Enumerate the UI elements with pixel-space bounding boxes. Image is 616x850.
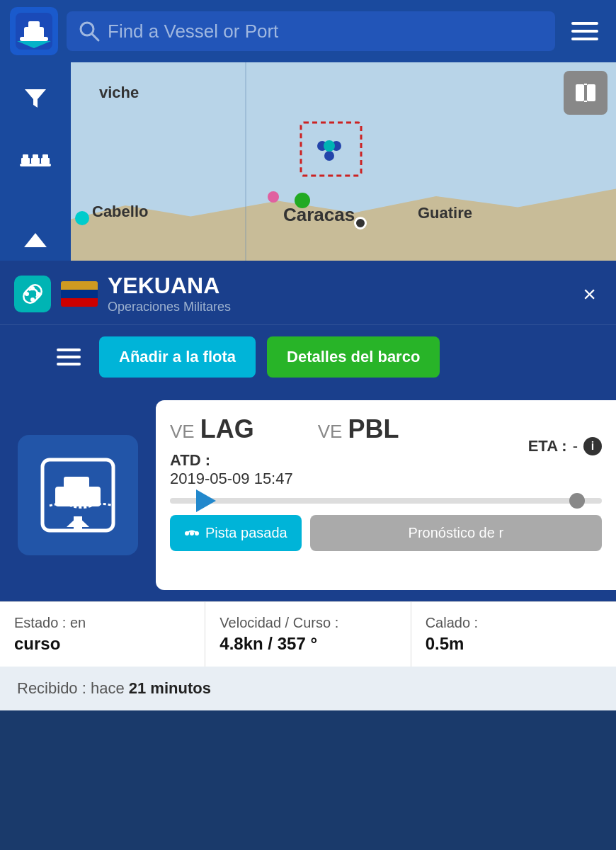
vessel-dot-pink[interactable] [268,191,279,203]
menu-line-1 [571,22,598,25]
filter-icon[interactable] [22,84,49,115]
route-card: VE LAG VE PBL ATD : 2019-05-09 15:47 ETA… [156,400,616,590]
svg-rect-20 [31,158,40,164]
action-row: Añadir a la flota Detalles del barco [0,325,616,389]
svg-rect-14 [587,84,595,101]
progress-area [170,498,602,504]
stat-draft: Calado : 0.5m [411,602,616,667]
map-sidebar [0,62,71,261]
received-label: Recibido : hace [17,679,125,697]
stat-speed: Velocidad / Curso : 4.8kn / 357 ° [205,602,411,667]
flag-stripe-blue [61,290,98,298]
received-row: Recibido : hace 21 minutos [0,667,616,710]
eta-label: ETA : [528,437,567,455]
stats-row: Estado : en curso Velocidad / Curso : 4.… [0,601,616,667]
map-marker[interactable] [354,217,367,230]
menu-small-button[interactable] [57,348,81,366]
search-bar[interactable]: Find a Vessel or Port [67,11,555,51]
map-content: viche Cabello Caracas Guatire [71,62,616,261]
svg-rect-32 [64,477,89,488]
vessel-details-button[interactable]: Detalles del barco [267,336,440,378]
progress-arrow [196,489,216,512]
svg-rect-34 [74,516,82,529]
search-placeholder: Find a Vessel or Port [108,21,278,42]
svg-rect-4 [20,37,48,41]
close-button[interactable]: × [577,278,602,310]
map-divider [245,62,246,261]
from-port: VE LAG [170,414,254,444]
vessel-dot-green[interactable] [295,193,310,208]
vessel-name: YEKUANA [108,273,567,298]
city-guatire: Guatire [418,204,472,222]
progress-track [170,498,602,504]
atd-label: ATD : [170,451,210,469]
svg-rect-24 [20,164,51,166]
eta-row: ETA : - i [528,437,602,455]
flag-stripe-red [61,298,98,307]
flag-stripe-yellow [61,281,98,290]
menu-line-3 [571,38,598,40]
map-area: viche Cabello Caracas Guatire [0,62,616,261]
svg-rect-3 [28,21,40,28]
svg-point-27 [36,292,40,296]
svg-point-29 [30,298,35,302]
svg-rect-19 [23,154,28,159]
progress-dot [569,493,585,509]
atd-block: ATD : 2019-05-09 15:47 [170,451,602,488]
vessel-cluster [297,119,368,193]
vessel-icon-block [0,389,156,601]
map-layer-button[interactable] [564,71,608,115]
svg-rect-18 [21,158,30,164]
svg-marker-17 [25,89,46,108]
svg-rect-21 [33,154,38,159]
forecast-button[interactable]: Pronóstico de r [310,515,602,551]
stat-draft-label: Calado : [426,615,602,631]
menu-button[interactable] [564,11,606,51]
vessel-header: YEKUANA Operaciones Militares × [0,261,616,325]
vessel-icon-box [18,435,138,555]
svg-line-7 [92,34,98,40]
fleet-icon[interactable] [20,144,51,180]
stat-status: Estado : en curso [0,602,205,667]
collapse-icon[interactable] [24,232,47,254]
stat-status-value: curso [14,634,190,654]
app-header: Find a Vessel or Port [0,0,616,62]
to-port: VE PBL [318,414,399,444]
ham-line-3 [57,363,81,366]
vessel-name-block: YEKUANA Operaciones Militares [108,273,567,314]
svg-point-28 [30,286,35,290]
vessel-flag [61,281,98,307]
from-port-name: LAG [200,414,254,444]
track-buttons: Pista pasada Pronóstico de r [170,515,602,551]
atd-value: 2019-05-09 15:47 [170,470,602,488]
city-viche: viche [99,84,139,102]
info-icon[interactable]: i [583,437,602,455]
svg-point-26 [25,292,29,296]
past-track-button[interactable]: Pista pasada [170,515,302,551]
svg-point-11 [324,151,334,161]
svg-rect-22 [41,158,50,164]
stat-speed-label: Velocidad / Curso : [219,615,396,631]
from-country: VE [170,421,195,443]
stat-speed-value: 4.8kn / 357 ° [219,634,396,654]
search-icon [78,20,101,42]
to-country: VE [318,421,343,443]
city-caracas: Caracas [283,204,355,226]
vessel-panel: YEKUANA Operaciones Militares × Añadir a… [0,261,616,710]
to-port-name: PBL [348,414,399,444]
past-track-label: Pista pasada [205,525,287,541]
svg-rect-13 [576,84,584,101]
vessel-info-panel: VE LAG VE PBL ATD : 2019-05-09 15:47 ETA… [0,389,616,601]
stat-status-label: Estado : en [14,615,190,631]
add-to-fleet-button[interactable]: Añadir a la flota [99,336,256,378]
received-value: 21 minutos [129,679,211,697]
eta-value: - [573,437,578,455]
vessel-type: Operaciones Militares [108,300,567,314]
svg-point-12 [324,140,335,152]
stat-draft-value: 0.5m [426,634,602,654]
ham-line-1 [57,348,81,351]
vessel-dot-teal[interactable] [75,211,89,225]
svg-marker-25 [24,233,47,247]
vessel-link-icon[interactable] [14,276,51,312]
menu-line-2 [571,30,598,33]
